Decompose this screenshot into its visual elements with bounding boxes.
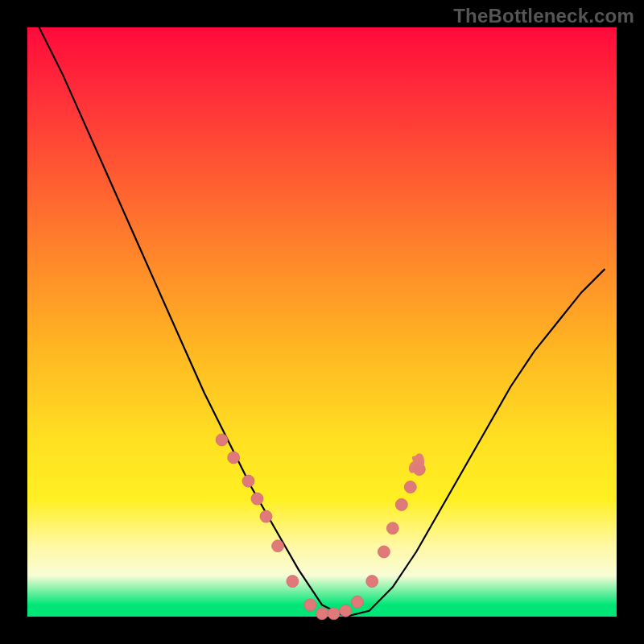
marker-dot [242, 475, 254, 487]
flame-icon [409, 453, 424, 474]
marker-dot [366, 576, 378, 588]
marker-dot [216, 434, 228, 446]
marker-dot [378, 546, 390, 558]
marker-dot [228, 452, 240, 464]
marker-dot [272, 540, 284, 552]
marker-dot [328, 608, 340, 620]
marker-dot [386, 522, 398, 535]
marker-dot [251, 493, 263, 505]
marker-dot [395, 498, 407, 510]
marker-group [216, 434, 425, 620]
marker-dot [351, 596, 363, 608]
bottleneck-curve [39, 27, 605, 617]
marker-dot [316, 608, 328, 620]
marker-dot [340, 605, 352, 617]
marker-dot [304, 599, 316, 611]
plot-area [27, 27, 617, 617]
marker-dot [260, 510, 272, 522]
marker-dot [287, 576, 299, 588]
chart-svg [27, 27, 617, 617]
marker-dot [404, 481, 416, 493]
chart-frame: TheBottleneck.com [0, 0, 644, 644]
flame-annotation [409, 453, 424, 474]
watermark-text: TheBottleneck.com [453, 5, 634, 27]
